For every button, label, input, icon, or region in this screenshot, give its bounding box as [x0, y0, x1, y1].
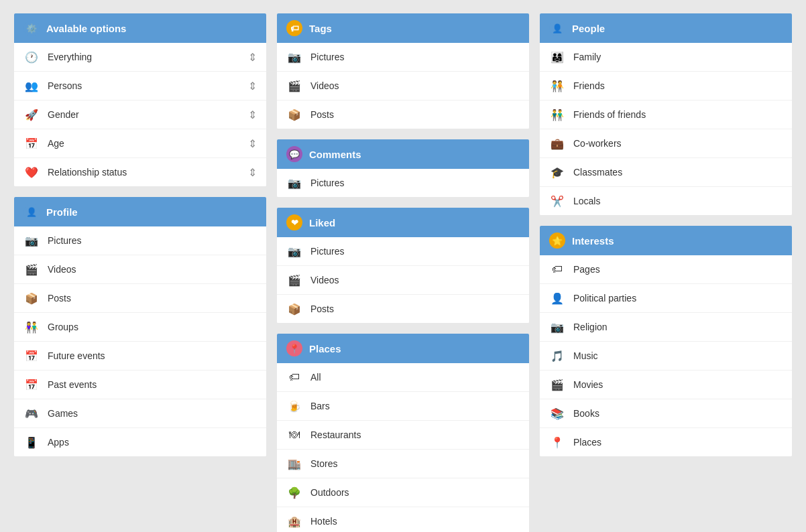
main-container: ⚙️ Avalable options 🕐 Everything ⇕ 👥 Per…: [14, 13, 792, 532]
item-arrow: ⇕: [248, 137, 257, 150]
section-header-tags[interactable]: 🏷 Tags: [277, 13, 529, 43]
item-videos[interactable]: 🎬 Videos: [277, 266, 529, 295]
item-classmates[interactable]: 🎓 Classmates: [540, 158, 792, 187]
section-header-icon-liked: ❤: [286, 214, 302, 230]
item-icon-past-events: 📅: [23, 377, 40, 393]
item-icon-videos: 🎬: [286, 272, 302, 288]
item-label-hotels: Hotels: [310, 516, 520, 527]
item-label-videos: Videos: [310, 80, 520, 91]
item-videos[interactable]: 🎬 Videos: [277, 72, 529, 101]
item-posts[interactable]: 📦 Posts: [277, 101, 529, 129]
item-label-pictures: Pictures: [310, 52, 520, 62]
item-pages[interactable]: 🏷 Pages: [540, 255, 792, 284]
section-header-label-profile: Profile: [46, 206, 78, 218]
item-videos[interactable]: 🎬 Videos: [14, 255, 266, 284]
item-outdoors[interactable]: 🌳 Outdoors: [277, 478, 529, 507]
item-label-posts: Posts: [310, 109, 520, 120]
section-header-places[interactable]: 📍 Places: [277, 334, 529, 363]
column-0: ⚙️ Avalable options 🕐 Everything ⇕ 👥 Per…: [14, 13, 266, 532]
item-religion[interactable]: 📷 Religion: [540, 313, 792, 342]
item-locals[interactable]: ✂️ Locals: [540, 187, 792, 215]
item-label-bars: Bars: [310, 401, 520, 411]
item-co-workers[interactable]: 💼 Co-workers: [540, 129, 792, 158]
item-pictures[interactable]: 📷 Pictures: [277, 237, 529, 266]
item-apps[interactable]: 📱 Apps: [14, 428, 266, 456]
item-icon-groups: 👫: [23, 319, 40, 335]
item-label-videos: Videos: [310, 275, 520, 285]
section-header-profile[interactable]: 👤 Profile: [14, 197, 266, 226]
item-friends-of-friends[interactable]: 👬 Friends of friends: [540, 101, 792, 129]
item-icon-hotels: 🏨: [286, 513, 302, 529]
item-books[interactable]: 📚 Books: [540, 399, 792, 428]
item-future-events[interactable]: 📅 Future events: [14, 342, 266, 371]
item-label-pages: Pages: [573, 264, 783, 275]
item-relationship-status[interactable]: ❤️ Relationship status ⇕: [14, 158, 266, 186]
item-family[interactable]: 👨‍👩‍👧 Family: [540, 43, 792, 72]
item-icon-future-events: 📅: [23, 348, 40, 364]
item-icon-age: 📅: [23, 135, 40, 151]
column-2: 👤 People 👨‍👩‍👧 Family 🧑‍🤝‍🧑 Friends 👬 Fr…: [540, 13, 792, 532]
section-liked: ❤ Liked 📷 Pictures 🎬 Videos 📦 Posts: [277, 208, 529, 323]
item-gender[interactable]: 🚀 Gender ⇕: [14, 101, 266, 129]
item-label-all: All: [310, 372, 520, 383]
item-icon-persons: 👥: [23, 78, 40, 94]
item-label-relationship-status: Relationship status: [48, 167, 240, 178]
item-hotels[interactable]: 🏨 Hotels: [277, 507, 529, 532]
item-label-pictures: Pictures: [310, 246, 520, 257]
item-groups[interactable]: 👫 Groups: [14, 313, 266, 342]
item-icon-friends: 🧑‍🤝‍🧑: [549, 78, 565, 94]
item-label-movies: Movies: [573, 379, 783, 390]
item-pictures[interactable]: 📷 Pictures: [277, 169, 529, 197]
section-header-people[interactable]: 👤 People: [540, 13, 792, 43]
item-games[interactable]: 🎮 Games: [14, 399, 266, 428]
item-label-family: Family: [573, 52, 783, 62]
item-movies[interactable]: 🎬 Movies: [540, 371, 792, 399]
item-label-restaurants: Restaurants: [310, 429, 520, 440]
item-label-groups: Groups: [48, 322, 257, 332]
item-icon-restaurants: 🍽: [286, 427, 302, 443]
item-icon-movies: 🎬: [549, 377, 565, 393]
item-restaurants[interactable]: 🍽 Restaurants: [277, 421, 529, 450]
item-music[interactable]: 🎵 Music: [540, 342, 792, 371]
item-stores[interactable]: 🏬 Stores: [277, 450, 529, 478]
item-label-future-events: Future events: [48, 350, 257, 361]
item-icon-pictures: 📷: [286, 49, 302, 65]
section-header-interests[interactable]: ⭐ Interests: [540, 226, 792, 255]
item-icon-music: 🎵: [549, 348, 565, 364]
item-friends[interactable]: 🧑‍🤝‍🧑 Friends: [540, 72, 792, 101]
item-icon-posts: 📦: [23, 290, 40, 306]
item-arrow: ⇕: [248, 109, 257, 121]
section-header-liked[interactable]: ❤ Liked: [277, 208, 529, 237]
item-label-persons: Persons: [48, 80, 240, 91]
section-people: 👤 People 👨‍👩‍👧 Family 🧑‍🤝‍🧑 Friends 👬 Fr…: [540, 13, 792, 215]
item-all[interactable]: 🏷 All: [277, 363, 529, 392]
section-header-comments[interactable]: 💬 Comments: [277, 139, 529, 169]
section-tags: 🏷 Tags 📷 Pictures 🎬 Videos 📦 Posts: [277, 13, 529, 129]
item-label-political-parties: Political parties: [573, 293, 783, 304]
item-icon-friends-of-friends: 👬: [549, 107, 565, 123]
item-arrow: ⇕: [248, 51, 257, 64]
column-1: 🏷 Tags 📷 Pictures 🎬 Videos 📦 Posts 💬 Com…: [277, 13, 529, 532]
item-icon-pictures: 📷: [23, 232, 40, 249]
item-pictures[interactable]: 📷 Pictures: [14, 226, 266, 255]
item-persons[interactable]: 👥 Persons ⇕: [14, 72, 266, 101]
item-places[interactable]: 📍 Places: [540, 428, 792, 456]
section-header-label-tags: Tags: [309, 23, 332, 34]
item-pictures[interactable]: 📷 Pictures: [277, 43, 529, 72]
item-arrow: ⇕: [248, 80, 257, 92]
item-past-events[interactable]: 📅 Past events: [14, 371, 266, 399]
item-bars[interactable]: 🍺 Bars: [277, 392, 529, 421]
item-label-friends: Friends: [573, 80, 783, 91]
item-age[interactable]: 📅 Age ⇕: [14, 129, 266, 158]
section-header-icon-comments: 💬: [286, 146, 302, 162]
section-header-available-options[interactable]: ⚙️ Avalable options: [14, 13, 266, 43]
item-posts[interactable]: 📦 Posts: [277, 295, 529, 323]
item-icon-gender: 🚀: [23, 107, 40, 123]
item-icon-posts: 📦: [286, 301, 302, 317]
item-icon-relationship-status: ❤️: [23, 164, 40, 180]
item-label-past-events: Past events: [48, 379, 257, 390]
item-icon-pages: 🏷: [549, 261, 565, 277]
item-posts[interactable]: 📦 Posts: [14, 284, 266, 313]
item-everything[interactable]: 🕐 Everything ⇕: [14, 43, 266, 72]
item-political-parties[interactable]: 👤 Political parties: [540, 284, 792, 313]
